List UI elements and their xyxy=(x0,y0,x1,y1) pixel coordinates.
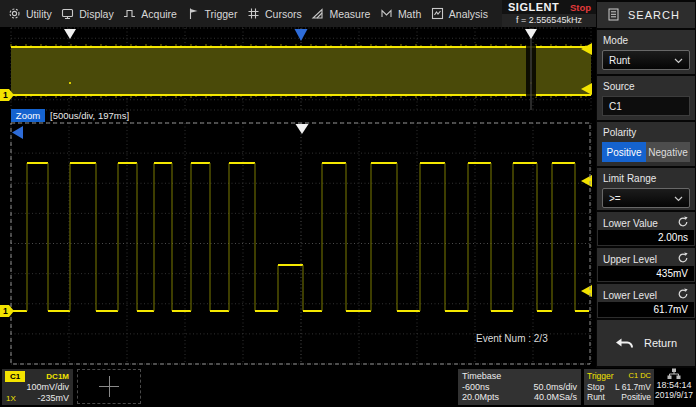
trigger-flag-icon xyxy=(187,7,200,20)
lower-value-field[interactable]: 2.00ns xyxy=(598,230,694,245)
menu-item-utility[interactable]: Utility xyxy=(8,7,52,20)
return-arrow-icon xyxy=(615,336,635,351)
channel1-scale: 100mV/div xyxy=(26,382,69,392)
sidebar-title: SEARCH xyxy=(628,9,680,21)
menu-item-label: Trigger xyxy=(205,8,238,20)
channel1-offset: -235mV xyxy=(37,393,69,403)
scope-display[interactable]: 11 xyxy=(0,0,596,368)
polarity-section: Polarity Positive Negative xyxy=(597,122,695,166)
mode-dropdown[interactable]: Runt xyxy=(602,50,690,70)
channel1-coupling: DC1M xyxy=(46,372,69,381)
zoom-window-border xyxy=(11,123,590,364)
clock-time: 18:54:14 xyxy=(652,380,696,390)
search-event-marker[interactable] xyxy=(64,29,76,39)
plus-icon xyxy=(109,376,110,397)
trigger-descriptor[interactable]: Trigger C1 DC Stop L 61.7mV Runt Positiv… xyxy=(584,369,654,405)
math-icon xyxy=(380,7,393,20)
menu-item-display[interactable]: Display xyxy=(61,7,113,20)
source-section: Source C1 xyxy=(597,76,695,120)
lower-level-field[interactable]: 61.7mV xyxy=(598,302,694,317)
polarity-negative-button[interactable]: Negative xyxy=(646,142,690,162)
trigger-type: Runt xyxy=(587,392,605,403)
zoom-event-marker[interactable] xyxy=(296,124,309,134)
source-label: Source xyxy=(597,76,695,92)
limit-range-section: Limit Range >= xyxy=(597,168,695,210)
zoom-tag[interactable]: Zoom xyxy=(11,109,45,122)
gear-icon xyxy=(8,7,21,20)
channel1-probe: 1X xyxy=(6,394,16,403)
run-state-indicator[interactable]: Stop xyxy=(570,2,591,13)
cursors-icon xyxy=(247,7,260,20)
channel1-descriptor[interactable]: C1 DC1M 100mV/div 1X -235mV xyxy=(2,369,73,405)
timebase-title: Timebase xyxy=(462,371,501,382)
menu-item-acquire[interactable]: Acquire xyxy=(123,7,177,20)
polarity-positive-button[interactable]: Positive xyxy=(602,142,646,162)
trigger-title: Trigger xyxy=(587,371,614,382)
frequency-counter: f = 2.556545kHz xyxy=(502,14,596,27)
menu-bar: Utility Display Acquire Trigger Cursors … xyxy=(0,0,502,27)
status-bar: C1 DC1M 100mV/div 1X -235mV Timebase -60… xyxy=(0,368,696,407)
mode-label: Mode xyxy=(597,30,695,46)
source-selector[interactable]: C1 xyxy=(602,96,690,116)
search-header: SEARCH xyxy=(597,2,695,28)
menu-item-label: Acquire xyxy=(141,8,177,20)
chevron-down-icon xyxy=(674,55,683,66)
search-sidebar: SEARCH Mode Runt Source C1 Polarity Posi… xyxy=(596,0,696,368)
zoom-timebase-info: [500us/div, 197ms] xyxy=(50,109,129,122)
lower-level-section: Lower Level 61.7mV xyxy=(597,284,695,318)
event-number-readout: Event Num : 2/3 xyxy=(476,333,548,344)
channel1-position-label: 1 xyxy=(3,90,8,100)
menu-item-cursors[interactable]: Cursors xyxy=(247,7,302,20)
timebase-memory: 20.0Mpts xyxy=(462,392,499,403)
rotate-knob-icon xyxy=(677,252,689,266)
menu-item-analysis[interactable]: Analysis xyxy=(431,7,488,20)
clock-panel: 18:54:14 2019/9/17 xyxy=(652,368,696,407)
brand-status-box: SIGLENT Stop f = 2.556545kHz xyxy=(502,0,596,27)
timebase-delay: -600ns xyxy=(462,382,490,393)
lan-icon xyxy=(652,368,696,379)
trigger-position-marker[interactable] xyxy=(295,29,308,41)
menu-item-label: Math xyxy=(398,8,421,20)
trigger-status: Stop xyxy=(587,382,605,393)
mode-value: Runt xyxy=(609,55,630,66)
analysis-icon xyxy=(431,7,444,20)
menu-item-measure[interactable]: Measure xyxy=(311,7,370,20)
rotate-knob-icon xyxy=(677,216,689,230)
menu-item-label: Cursors xyxy=(265,8,302,20)
oscilloscope-screen: 11 Utility Display Acquire Trigger Curso… xyxy=(0,0,696,407)
source-value: C1 xyxy=(609,101,622,112)
polarity-label: Polarity xyxy=(597,122,695,138)
return-button[interactable]: Return xyxy=(597,320,695,366)
acquire-icon xyxy=(123,7,136,20)
rotate-knob-icon xyxy=(677,288,689,302)
timebase-scale: 50.0ms/div xyxy=(533,382,577,393)
upper-level-field[interactable]: 435mV xyxy=(598,266,694,281)
chevron-down-icon xyxy=(674,193,683,204)
trigger-source: C1 DC xyxy=(628,371,651,382)
limit-range-dropdown[interactable]: >= xyxy=(602,188,690,208)
menu-item-label: Analysis xyxy=(449,8,488,20)
measure-icon xyxy=(311,7,324,20)
return-label: Return xyxy=(644,337,677,349)
menu-item-math[interactable]: Math xyxy=(380,7,421,20)
channel1-badge: C1 xyxy=(5,371,25,382)
search-event-marker[interactable] xyxy=(525,29,537,39)
list-icon xyxy=(608,8,619,23)
limit-range-value: >= xyxy=(609,193,621,204)
menu-item-label: Display xyxy=(79,8,113,20)
brand-logo: SIGLENT xyxy=(508,1,559,13)
lower-value-section: Lower Value 2.00ns xyxy=(597,212,695,246)
menu-item-trigger[interactable]: Trigger xyxy=(187,7,238,20)
upper-level-label: Upper Level xyxy=(603,254,657,265)
display-icon xyxy=(61,7,74,20)
upper-level-section: Upper Level 435mV xyxy=(597,248,695,282)
lower-level-label: Lower Level xyxy=(603,290,657,301)
clock-date: 2019/9/17 xyxy=(652,390,696,400)
zoom-offscreen-trigger-marker[interactable] xyxy=(12,126,23,139)
limit-range-label: Limit Range xyxy=(597,168,695,184)
lower-value-label: Lower Value xyxy=(603,218,658,229)
trigger-slope: Positive xyxy=(621,392,651,403)
trigger-level: L 61.7mV xyxy=(615,382,651,393)
timebase-descriptor[interactable]: Timebase -600ns 50.0ms/div 20.0Mpts 40.0… xyxy=(458,369,581,405)
add-channel-slot[interactable] xyxy=(77,369,141,404)
